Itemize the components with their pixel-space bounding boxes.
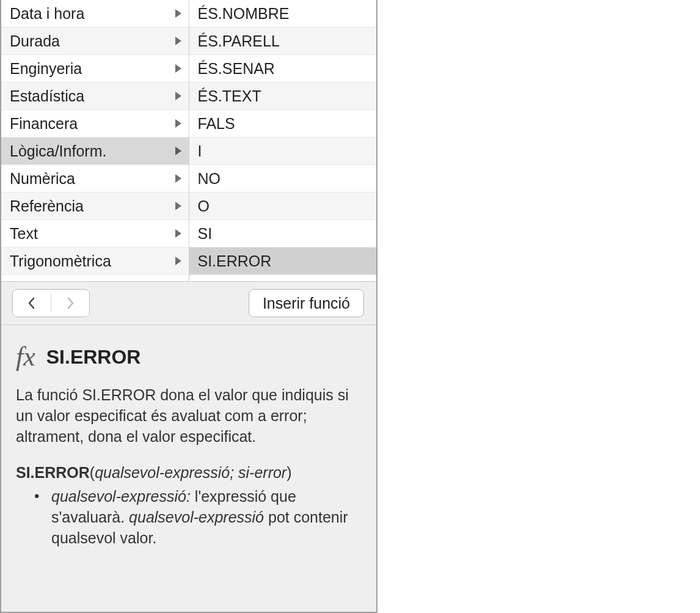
browser-toolbar: Inserir funció [1,281,376,325]
chevron-right-icon [175,37,181,45]
function-label: ÉS.NOMBRE [198,5,370,23]
chevron-right-icon [175,92,181,100]
function-label: FALS [198,115,370,133]
signature-paren-open: ( [90,464,95,481]
category-label: Lògica/Inform. [10,142,172,160]
category-label: Financera [10,115,172,133]
chevron-right-icon [175,174,181,183]
category-item[interactable]: Lògica/Inform. [1,138,189,165]
function-label: ÉS.SENAR [198,60,370,78]
category-item[interactable]: Trigonomètrica [1,248,189,275]
chevron-right-icon [175,202,181,210]
parameter-name: qualsevol-expressió: [51,488,191,505]
chevron-right-icon [175,119,181,128]
help-title-row: fx SI.ERROR [16,343,362,370]
function-label: NO [198,170,370,188]
category-item[interactable]: Estadística [1,83,189,110]
function-item[interactable]: SI [189,220,377,248]
function-column: ÉS.NOMBRE ÉS.PARELL ÉS.SENAR ÉS.TEXT FAL… [189,0,377,281]
category-label: Text [10,225,172,243]
function-label: ÉS.PARELL [198,32,370,50]
function-label: ÉS.TEXT [198,87,370,105]
category-item[interactable]: Enginyeria [1,55,189,83]
history-nav-group [12,289,90,317]
help-description: La funció SI.ERROR dona el valor que ind… [16,385,362,447]
chevron-right-icon [175,147,181,155]
category-item[interactable]: Numèrica [1,165,189,193]
function-browser-panel: Data i hora Durada Enginyeria Estadístic… [0,0,377,613]
category-item[interactable]: Durada [1,28,189,55]
insert-function-label: Inserir funció [263,295,350,312]
function-label: I [198,142,370,160]
category-label: Estadística [10,87,172,105]
nav-forward-button[interactable] [51,290,89,317]
function-item[interactable]: SI.ERROR [189,248,377,275]
function-item[interactable]: ÉS.TEXT [189,83,377,110]
chevron-right-icon [65,296,76,310]
function-browser: Data i hora Durada Enginyeria Estadístic… [1,0,376,281]
function-item[interactable]: O [189,193,377,220]
chevron-left-icon [26,296,37,310]
category-item[interactable]: Financera [1,110,189,138]
function-help: fx SI.ERROR La funció SI.ERROR dona el v… [1,325,376,612]
chevron-right-icon [175,64,181,73]
function-item[interactable]: NO [189,165,377,193]
category-label: Referència [10,197,172,215]
function-item[interactable]: ÉS.NOMBRE [189,0,377,28]
category-label: Enginyeria [10,60,172,78]
category-label: Numèrica [10,170,172,188]
signature-fn-name: SI.ERROR [16,464,90,481]
category-column: Data i hora Durada Enginyeria Estadístic… [1,0,189,281]
insert-function-button[interactable]: Inserir funció [249,289,364,317]
category-item[interactable]: Text [1,220,189,248]
function-label: SI.ERROR [198,252,370,270]
function-label: O [198,197,370,215]
signature-args: qualsevol-expressió; si-error [95,464,286,481]
function-label: SI [198,225,370,243]
signature-paren-close: ) [286,464,291,481]
help-title: SI.ERROR [46,346,141,369]
fx-icon: fx [16,343,35,370]
category-label: Trigonomètrica [10,252,172,270]
parameter-item: qualsevol-expressió: l'expressió que s'a… [38,486,362,548]
category-label: Durada [10,32,172,50]
function-signature: SI.ERROR(qualsevol-expressió; si-error) [16,464,362,482]
function-item[interactable]: ÉS.SENAR [189,55,377,83]
function-item[interactable]: I [189,138,377,165]
category-label: Data i hora [10,5,172,23]
category-item[interactable]: Data i hora [1,0,189,28]
parameter-inner-italic: qualsevol-expressió [129,508,264,526]
function-item[interactable]: ÉS.PARELL [189,28,377,55]
chevron-right-icon [175,9,181,18]
nav-back-button[interactable] [13,290,51,317]
chevron-right-icon [175,229,181,238]
parameter-list: qualsevol-expressió: l'expressió que s'a… [16,486,362,548]
chevron-right-icon [175,257,181,265]
category-item[interactable]: Referència [1,193,189,220]
function-item[interactable]: FALS [189,110,377,138]
